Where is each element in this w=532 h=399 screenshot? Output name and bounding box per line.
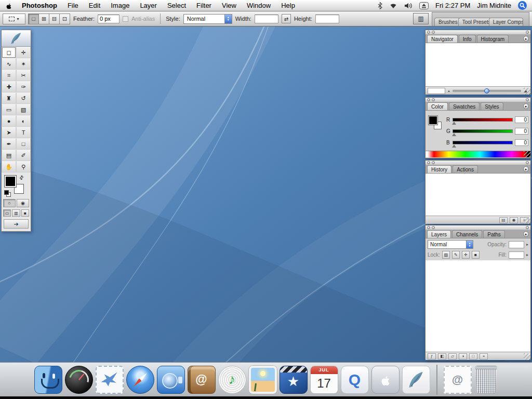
well-tab-brushes[interactable]: Brushes xyxy=(434,18,462,26)
dock-iphoto-icon[interactable] xyxy=(249,366,277,394)
dock-imovie-icon[interactable]: ★ xyxy=(280,366,308,394)
menu-help[interactable]: Help xyxy=(276,0,300,11)
slider-thumb[interactable] xyxy=(452,122,456,125)
file-browser-button[interactable]: ▥ xyxy=(413,13,429,24)
history-brush-tool[interactable]: ↺ xyxy=(16,92,31,104)
foreground-color-swatch[interactable] xyxy=(429,116,437,125)
minimize-button[interactable] xyxy=(432,161,435,164)
resize-grip[interactable] xyxy=(524,353,530,360)
healing-brush-tool[interactable]: ✚ xyxy=(2,81,16,92)
dock-itunes-icon[interactable]: ♪ xyxy=(218,366,246,394)
apple-menu[interactable] xyxy=(3,2,17,10)
well-tab-tool-presets[interactable]: Tool Presets xyxy=(458,18,493,26)
green-slider[interactable] xyxy=(453,129,513,133)
feather-input[interactable] xyxy=(98,15,119,23)
tab-histogram[interactable]: Histogram xyxy=(477,35,509,43)
dodge-tool[interactable]: ◐ xyxy=(16,115,31,127)
app-menu-photoshop[interactable]: Photoshop xyxy=(17,2,62,9)
fullscreen-mode-button[interactable]: ■ xyxy=(21,209,29,217)
zoom-slider-thumb[interactable] xyxy=(484,88,489,94)
crop-tool[interactable]: ⌗ xyxy=(2,70,16,81)
menu-layer[interactable]: Layer xyxy=(135,0,162,11)
zoom-level-input[interactable] xyxy=(428,88,445,94)
resize-grip[interactable] xyxy=(524,88,530,95)
eyedropper-tool[interactable]: ✐ xyxy=(16,150,31,161)
dock-ichat-icon[interactable] xyxy=(157,366,185,394)
blue-value[interactable]: 0 xyxy=(515,139,528,146)
slice-tool[interactable]: ✂ xyxy=(16,70,31,81)
tab-swatches[interactable]: Swatches xyxy=(449,102,480,110)
blend-mode-select[interactable]: Normal ▲ ▼ xyxy=(428,240,473,249)
dock-finder-icon[interactable] xyxy=(34,366,62,394)
lock-pixels-button[interactable]: ✎ xyxy=(452,251,460,259)
new-document-from-state-button[interactable]: ▤ xyxy=(499,217,508,223)
menu-image[interactable]: Image xyxy=(105,0,135,11)
new-layer-button[interactable]: □ xyxy=(469,353,477,360)
menu-select[interactable]: Select xyxy=(162,0,191,11)
green-value[interactable]: 0 xyxy=(515,128,528,135)
standard-mode-button[interactable]: ○ xyxy=(3,199,16,207)
minimize-button[interactable] xyxy=(432,98,435,101)
intersect-selection-button[interactable]: ⊡ xyxy=(59,14,70,24)
tool-preset-picker[interactable]: ▾ xyxy=(3,14,25,24)
path-selection-tool[interactable]: ➤ xyxy=(2,127,16,138)
close-button[interactable] xyxy=(427,31,430,34)
style-select[interactable]: Normal ▲ ▼ xyxy=(183,14,232,24)
opacity-slider-arrow-icon[interactable]: ▸ xyxy=(526,242,528,247)
fullscreen-menubar-mode-button[interactable]: ▥ xyxy=(12,209,20,217)
toolbox-header[interactable] xyxy=(2,30,31,47)
dock-dashboard-icon[interactable] xyxy=(65,366,93,394)
add-to-selection-button[interactable]: ⊞ xyxy=(38,14,49,24)
resize-grip[interactable] xyxy=(524,151,530,158)
tab-layers[interactable]: Layers xyxy=(427,230,451,238)
dock-stamp-icon[interactable]: @ xyxy=(444,366,472,394)
collapse-button[interactable] xyxy=(526,226,529,229)
collapse-button[interactable] xyxy=(526,161,529,164)
brush-tool[interactable]: ✑ xyxy=(16,81,31,92)
dock-photoshop-icon[interactable] xyxy=(402,366,430,394)
lasso-tool[interactable]: ∿ xyxy=(2,58,16,70)
add-layer-mask-button[interactable]: ◧ xyxy=(438,353,446,360)
airport-icon[interactable] xyxy=(389,3,397,9)
close-button[interactable] xyxy=(427,226,430,229)
bluetooth-icon[interactable] xyxy=(378,2,382,9)
tab-navigator[interactable]: Navigator xyxy=(427,35,458,43)
slider-thumb[interactable] xyxy=(452,144,456,148)
fill-input[interactable] xyxy=(509,251,524,259)
type-tool[interactable]: T xyxy=(16,127,31,138)
close-button[interactable] xyxy=(427,98,430,101)
width-input[interactable] xyxy=(255,15,278,23)
zoom-tool[interactable]: ⚲ xyxy=(16,161,31,172)
magic-wand-tool[interactable]: ✶ xyxy=(16,58,31,70)
notes-tool[interactable]: ▤ xyxy=(2,150,16,161)
dock-trash-icon[interactable] xyxy=(474,366,498,394)
gradient-tool[interactable]: ▧ xyxy=(16,104,31,115)
menu-edit[interactable]: Edit xyxy=(84,0,105,11)
quick-mask-mode-button[interactable]: ◉ xyxy=(17,199,29,207)
tab-info[interactable]: Info xyxy=(459,35,476,43)
add-layer-style-button[interactable]: ƒ xyxy=(428,353,436,360)
new-snapshot-button[interactable]: ◉ xyxy=(510,217,518,223)
palette-menu-button[interactable]: ▸ xyxy=(523,231,529,237)
menu-window[interactable]: Window xyxy=(242,0,276,11)
lock-position-button[interactable]: ✛ xyxy=(462,251,470,259)
opacity-input[interactable] xyxy=(509,241,524,248)
palette-menu-button[interactable]: ▸ xyxy=(523,103,529,109)
fill-slider-arrow-icon[interactable]: ▸ xyxy=(526,252,528,257)
dock-safari-icon[interactable] xyxy=(126,366,154,394)
rectangular-marquee-tool[interactable]: ◻ xyxy=(2,47,16,58)
subtract-from-selection-button[interactable]: ⊟ xyxy=(49,14,60,24)
slider-thumb[interactable] xyxy=(452,133,456,136)
minimize-button[interactable] xyxy=(432,226,435,229)
jump-to-imageready-button[interactable]: ➔ xyxy=(4,219,29,229)
minimize-button[interactable] xyxy=(432,31,435,34)
menu-clock[interactable]: Fri 2:27 PM xyxy=(435,2,470,9)
tab-paths[interactable]: Paths xyxy=(483,230,505,238)
zoom-slider[interactable] xyxy=(453,90,521,92)
tab-actions[interactable]: Actions xyxy=(453,165,478,173)
dock-quicktime-icon[interactable]: Q xyxy=(341,366,369,394)
palette-menu-button[interactable]: ▸ xyxy=(523,36,529,42)
resize-grip[interactable] xyxy=(524,217,530,224)
spotlight-icon[interactable] xyxy=(518,1,527,10)
height-input[interactable] xyxy=(315,15,339,23)
